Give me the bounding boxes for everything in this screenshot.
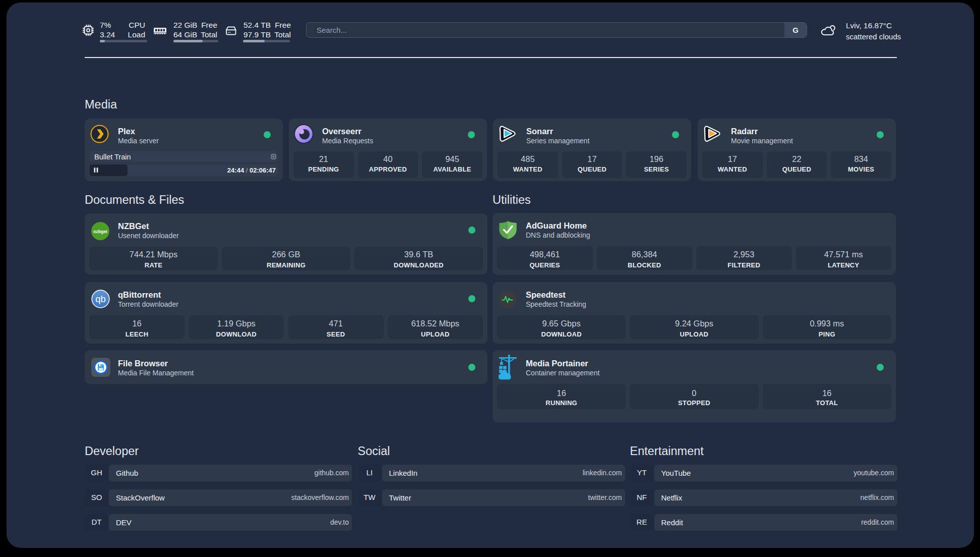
svg-text:qb: qb xyxy=(95,294,106,304)
svg-text:nzbget: nzbget xyxy=(93,229,107,234)
